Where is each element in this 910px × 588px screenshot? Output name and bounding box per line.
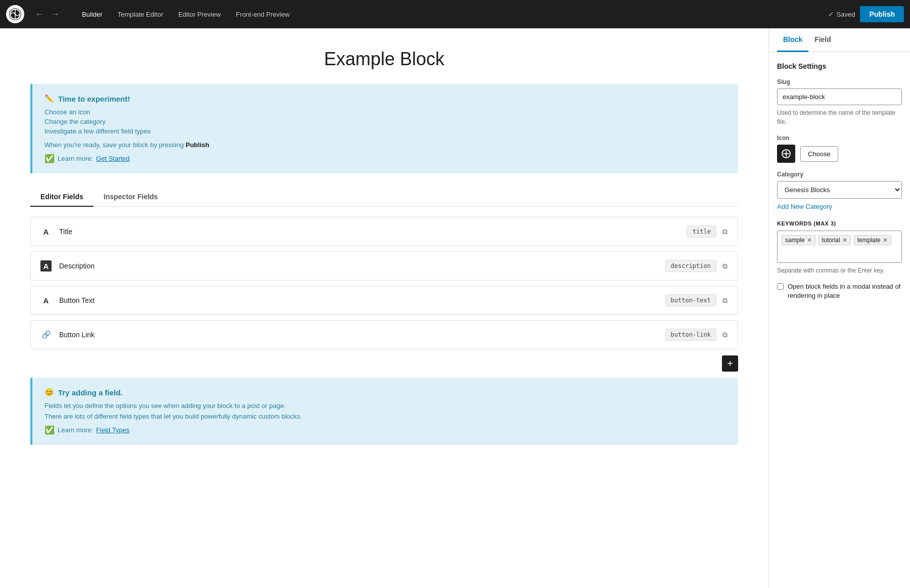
- field-name-button-text: Button Text: [59, 296, 665, 304]
- info-box: ✏️ Time to experiment! Choose an icon Ch…: [30, 84, 738, 173]
- field-copy-button-link[interactable]: ⧉: [720, 330, 730, 340]
- keywords-input-area[interactable]: sample ✕ tutorial ✕ template ✕: [777, 231, 902, 263]
- field-name-description: Description: [59, 262, 665, 270]
- slug-label: Slug: [777, 78, 902, 85]
- modal-checkbox[interactable]: [777, 283, 784, 290]
- field-tabs: Editor Fields Inspector Fields: [30, 188, 738, 207]
- top-nav: ← → Builder Template Editor Editor Previ…: [0, 0, 910, 28]
- content-area: Example Block ✏️ Time to experiment! Cho…: [0, 28, 768, 588]
- saved-badge: ✓ Saved: [828, 10, 855, 18]
- field-types-link[interactable]: Field Types: [96, 426, 129, 434]
- sidebar-tab-block[interactable]: Block: [777, 28, 808, 52]
- info-box-item-2: Change the category: [44, 118, 726, 125]
- info-box-publish: When you're ready, save your block by pr…: [44, 141, 726, 149]
- field-slug-title: title: [687, 225, 716, 238]
- page-title: Example Block: [30, 49, 738, 70]
- nav-tab-template-editor[interactable]: Template Editor: [110, 8, 170, 21]
- get-started-link[interactable]: Get Started: [96, 155, 129, 162]
- right-sidebar: Block Field Block Settings Slug Used to …: [768, 28, 910, 588]
- field-slug-description: description: [665, 260, 716, 272]
- field-copy-title[interactable]: ⧉: [720, 227, 730, 237]
- keywords-label: KEYWORDS (MAX 3): [777, 220, 902, 227]
- field-row-description[interactable]: A Description description ⧉: [30, 251, 738, 281]
- sidebar-content: Block Settings Slug Used to determine th…: [769, 52, 910, 310]
- check-circle-icon: ✅: [44, 154, 55, 163]
- field-row-button-text[interactable]: A Button Text button-text ⧉: [30, 286, 738, 315]
- icon-section: Choose: [777, 145, 902, 163]
- category-label: Category: [777, 171, 902, 178]
- nav-arrows: ← →: [32, 8, 63, 21]
- keywords-hint: Separate with commas or the Enter key.: [777, 267, 902, 274]
- hint-box-learn: ✅ Learn more: Field Types: [44, 425, 726, 435]
- nav-tabs: Builder Template Editor Editor Preview F…: [75, 8, 297, 21]
- keyword-remove-template[interactable]: ✕: [883, 237, 888, 244]
- publish-bold: Publish: [186, 141, 209, 149]
- keywords-section: KEYWORDS (MAX 3) sample ✕ tutorial ✕ tem…: [777, 220, 902, 274]
- info-box-learn: ✅ Learn more: Get Started: [44, 154, 726, 163]
- info-box-item-1: Choose an icon: [44, 108, 726, 116]
- emoji-icon: 😊: [44, 388, 54, 397]
- field-icon-title: A: [39, 224, 53, 239]
- field-row-button-link[interactable]: 🔗 Button Link button-link ⧉: [30, 320, 738, 349]
- field-icon-button-link: 🔗: [39, 328, 53, 342]
- sidebar-tabs: Block Field: [769, 28, 910, 52]
- forward-button[interactable]: →: [49, 8, 63, 21]
- tab-editor-fields[interactable]: Editor Fields: [30, 188, 94, 207]
- saved-check-icon: ✓: [828, 10, 834, 18]
- keyword-remove-sample[interactable]: ✕: [807, 237, 812, 244]
- nav-tab-editor-preview[interactable]: Editor Preview: [171, 8, 228, 21]
- hint-check-circle-icon: ✅: [44, 425, 55, 435]
- block-settings-title: Block Settings: [777, 62, 902, 70]
- icon-preview-row: Choose: [777, 145, 902, 163]
- publish-button[interactable]: Publish: [860, 6, 904, 22]
- nav-tab-frontend-preview[interactable]: Front-end Preview: [229, 8, 297, 21]
- slug-helper: Used to determine the name of the templa…: [777, 108, 902, 126]
- field-slug-button-text: button-text: [665, 294, 716, 306]
- nav-right: ✓ Saved Publish: [828, 6, 904, 22]
- hint-box-text-2: There are lots of different field types …: [44, 413, 726, 420]
- add-category-link[interactable]: Add New Category: [777, 203, 832, 210]
- category-select[interactable]: Genesis BlocksCommon BlocksFormattingLay…: [777, 181, 902, 199]
- keyword-tag-template: template ✕: [854, 235, 891, 245]
- wp-logo: [6, 5, 24, 23]
- keyword-tag-sample: sample ✕: [782, 235, 815, 245]
- nav-tab-builder[interactable]: Builder: [75, 8, 109, 21]
- add-field-area: +: [30, 355, 738, 372]
- hint-box-text-1: Fields let you define the options you se…: [44, 402, 726, 410]
- field-icon-description: A: [39, 259, 53, 273]
- field-copy-description[interactable]: ⧉: [720, 261, 730, 272]
- modal-checkbox-row: Open block fields in a modal instead of …: [777, 282, 902, 300]
- info-box-title: ✏️ Time to experiment!: [44, 94, 726, 103]
- keyword-tag-tutorial: tutorial ✕: [818, 235, 851, 245]
- field-row-title[interactable]: A Title title ⧉: [30, 217, 738, 246]
- field-copy-button-text[interactable]: ⧉: [720, 295, 730, 306]
- saved-label: Saved: [837, 11, 855, 18]
- keyword-remove-tutorial[interactable]: ✕: [842, 237, 847, 244]
- field-icon-button-text: A: [39, 293, 53, 307]
- field-name-button-link: Button Link: [59, 331, 665, 339]
- icon-label: Icon: [777, 134, 902, 142]
- back-button[interactable]: ←: [32, 8, 47, 21]
- sidebar-tab-field[interactable]: Field: [808, 28, 837, 52]
- choose-icon-button[interactable]: Choose: [800, 146, 838, 162]
- wp-logo-inner: [9, 8, 21, 20]
- modal-checkbox-label: Open block fields in a modal instead of …: [788, 282, 902, 300]
- svg-point-2: [785, 153, 787, 155]
- slug-input[interactable]: [777, 88, 902, 105]
- field-name-title: Title: [59, 228, 687, 236]
- main-layout: Example Block ✏️ Time to experiment! Cho…: [0, 28, 910, 588]
- tab-inspector-fields[interactable]: Inspector Fields: [94, 188, 168, 207]
- keyword-tags: sample ✕ tutorial ✕ template ✕: [782, 235, 897, 245]
- icon-preview: [777, 145, 795, 163]
- pencil-icon: ✏️: [44, 94, 54, 103]
- hint-box: 😊 Try adding a field. Fields let you def…: [30, 378, 738, 445]
- add-field-button[interactable]: +: [722, 355, 738, 372]
- info-box-item-3: Investigate a few different field types: [44, 127, 726, 135]
- hint-box-title: 😊 Try adding a field.: [44, 388, 726, 397]
- field-slug-button-link: button-link: [665, 329, 716, 341]
